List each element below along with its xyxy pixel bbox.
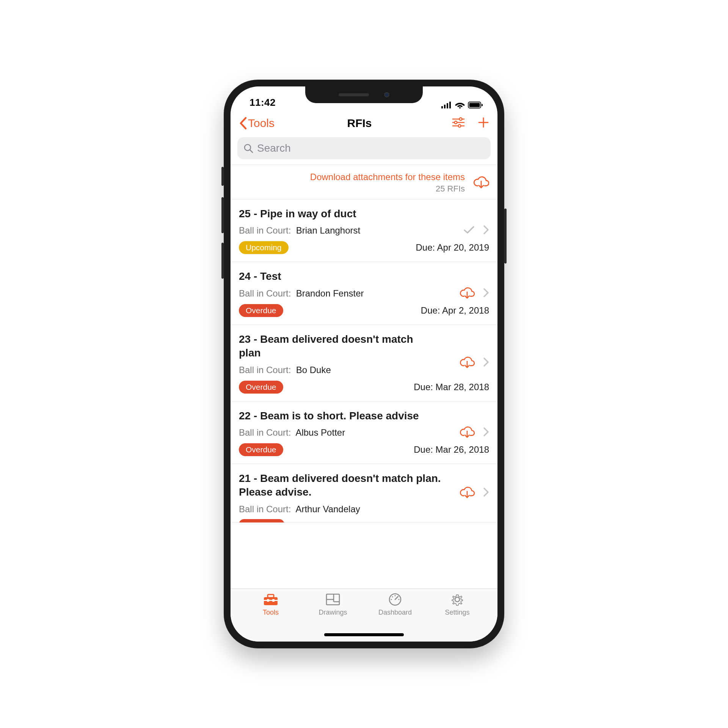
plus-icon xyxy=(478,117,489,128)
chevron-right-icon xyxy=(483,225,489,236)
tab-tools[interactable]: Tools xyxy=(246,593,295,642)
svg-rect-25 xyxy=(264,600,278,601)
svg-rect-3 xyxy=(449,102,451,108)
svg-rect-0 xyxy=(441,106,443,108)
svg-point-11 xyxy=(455,121,457,124)
filter-button[interactable] xyxy=(452,117,465,129)
svg-rect-23 xyxy=(264,597,278,605)
chevron-left-icon xyxy=(239,117,247,130)
rfi-item[interactable]: 22 - Beam is to short. Please advise Bal… xyxy=(231,402,497,464)
svg-rect-26 xyxy=(267,599,269,602)
rfi-item[interactable]: 21 - Beam delivered doesn't match plan. … xyxy=(231,464,497,522)
gauge-icon xyxy=(387,593,403,606)
rfi-title: 22 - Beam is to short. Please advise xyxy=(239,409,421,423)
due-date: Due: Apr 2, 2018 xyxy=(421,305,489,316)
rfi-list: 25 - Pipe in way of duct Ball in Court: … xyxy=(231,199,497,522)
rfi-title: 24 - Test xyxy=(239,270,421,283)
cellular-icon xyxy=(441,102,452,108)
search-icon xyxy=(243,143,253,153)
ball-in-court: Ball in Court: Bo Duke xyxy=(239,365,489,375)
svg-line-17 xyxy=(250,150,253,152)
tab-settings[interactable]: Settings xyxy=(433,593,482,642)
ball-in-court: Ball in Court: Brandon Fenster xyxy=(239,288,489,299)
tab-label: Drawings xyxy=(318,609,347,617)
svg-rect-1 xyxy=(444,105,446,108)
add-button[interactable] xyxy=(478,117,489,130)
svg-rect-24 xyxy=(268,595,274,598)
svg-rect-6 xyxy=(469,103,480,107)
svg-point-4 xyxy=(459,107,461,108)
svg-point-35 xyxy=(392,596,393,597)
home-indicator[interactable] xyxy=(324,633,404,636)
cloud-download-icon[interactable] xyxy=(460,425,475,440)
cloud-download-icon[interactable] xyxy=(460,286,475,301)
ball-in-court: Ball in Court: Arthur Vandelay xyxy=(239,504,489,515)
tab-label: Settings xyxy=(445,609,469,617)
phone-mockup: 11:42 Tools RFIs xyxy=(224,80,504,648)
tab-label: Dashboard xyxy=(378,609,412,617)
tab-bar: Tools Drawings Dashboard Settings xyxy=(231,588,497,642)
svg-line-33 xyxy=(395,596,398,599)
toolbox-icon xyxy=(262,593,279,606)
svg-point-36 xyxy=(394,595,395,596)
side-button xyxy=(221,243,224,279)
cloud-download-icon[interactable] xyxy=(460,356,475,370)
banner-title: Download attachments for these items xyxy=(239,172,465,182)
ball-in-court: Ball in Court: Albus Potter xyxy=(239,427,489,438)
status-indicators xyxy=(441,102,483,108)
banner-subtitle: 25 RFIs xyxy=(239,184,465,194)
rfi-item[interactable]: 25 - Pipe in way of duct Ball in Court: … xyxy=(231,199,497,262)
side-button xyxy=(221,197,224,233)
svg-point-13 xyxy=(458,125,461,127)
status-time: 11:42 xyxy=(249,97,276,108)
page-title: RFIs xyxy=(267,117,452,130)
cloud-download-icon[interactable] xyxy=(473,175,489,190)
rfi-item[interactable]: 24 - Test Ball in Court: Brandon Fenster… xyxy=(231,262,497,325)
due-date: Due: Mar 26, 2018 xyxy=(414,444,489,455)
due-date: Due: Mar 28, 2018 xyxy=(414,382,489,392)
status-badge: Upcoming xyxy=(239,241,289,254)
svg-point-9 xyxy=(460,118,462,121)
search-input[interactable]: Search xyxy=(237,137,491,159)
status-badge: Overdue xyxy=(239,381,283,394)
svg-point-34 xyxy=(391,599,392,600)
svg-point-37 xyxy=(398,599,399,600)
download-banner[interactable]: Download attachments for these items 25 … xyxy=(231,165,497,199)
battery-icon xyxy=(468,102,483,108)
chevron-right-icon xyxy=(483,487,489,499)
status-badge: Overdue xyxy=(239,304,283,317)
svg-point-38 xyxy=(455,597,460,602)
svg-rect-2 xyxy=(447,103,448,108)
side-button xyxy=(221,167,224,186)
due-date: Due: Apr 20, 2019 xyxy=(416,242,489,253)
rfi-item[interactable]: 23 - Beam delivered doesn't match plan B… xyxy=(231,325,497,402)
status-badge xyxy=(239,519,284,522)
status-badge: Overdue xyxy=(239,443,283,456)
ball-in-court: Ball in Court: Brian Langhorst xyxy=(239,225,489,236)
check-icon xyxy=(463,225,475,236)
rfi-title: 25 - Pipe in way of duct xyxy=(239,207,421,221)
svg-rect-7 xyxy=(482,104,483,106)
notch xyxy=(305,86,423,103)
chevron-right-icon xyxy=(483,288,489,299)
side-button xyxy=(504,209,507,264)
tab-label: Tools xyxy=(263,609,279,617)
chevron-right-icon xyxy=(483,357,489,369)
blueprint-icon xyxy=(325,593,341,606)
sliders-icon xyxy=(452,117,465,128)
wifi-icon xyxy=(455,102,465,108)
chevron-right-icon xyxy=(483,427,489,438)
search-placeholder: Search xyxy=(257,142,291,154)
gear-icon xyxy=(449,593,466,606)
rfi-title: 23 - Beam delivered doesn't match plan xyxy=(239,333,421,360)
cloud-download-icon[interactable] xyxy=(460,486,475,500)
rfi-title: 21 - Beam delivered doesn't match plan. … xyxy=(239,472,466,499)
nav-bar: Tools RFIs xyxy=(231,109,497,137)
svg-rect-27 xyxy=(272,599,275,602)
